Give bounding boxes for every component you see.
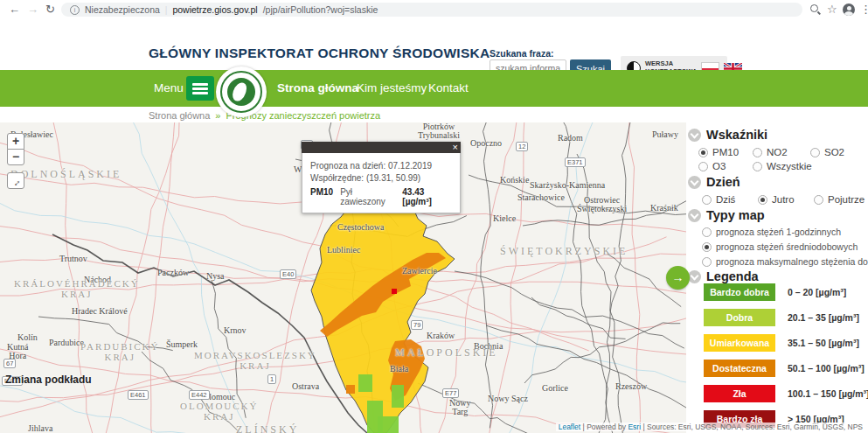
radio-o3[interactable]: O3	[698, 161, 726, 171]
info-icon[interactable]: i	[70, 5, 80, 15]
radio-circle	[810, 148, 820, 157]
leaflet-link[interactable]: Leaflet	[559, 423, 581, 431]
radio-circle	[758, 195, 767, 205]
radio-circle	[702, 242, 712, 252]
forward-icon[interactable]: →	[27, 1, 38, 18]
popup-date: Prognoza na dzień: 07.12.2019	[310, 161, 452, 171]
breadcrumb: Strona główna » Prognozy zanieczyszczeń …	[149, 110, 380, 121]
nav-kim-jestesmy[interactable]: Kim jesteśmy	[357, 81, 427, 94]
diagonal-arrows-icon: ↔	[7, 174, 24, 192]
region-pm10-green	[358, 374, 372, 392]
popup-pollutant-name: Pył zawieszony	[340, 187, 395, 206]
legend-swatch: Bardzo dobra	[704, 283, 775, 301]
radio-circle	[814, 195, 823, 205]
basemap-switcher[interactable]: Zmiana podkładu	[5, 374, 92, 386]
zoom-in-button[interactable]: +	[7, 133, 24, 150]
browser-menu-icon[interactable]: ⋮	[860, 1, 868, 18]
map-attribution: Leaflet | Powered by Esri | Sources: Esr…	[556, 423, 865, 431]
radio-prognoza-maksymalna[interactable]: prognoza maksymalnego stężenia dobowego	[702, 256, 868, 267]
radio-circle	[702, 195, 712, 205]
url-host: powietrze.gios.gov.pl	[172, 4, 257, 15]
bookmark-star-icon[interactable]: ☆	[827, 1, 837, 18]
radio-circle	[698, 162, 708, 171]
popup-coordinates: Współrzędne: (19.31, 50.99)	[310, 173, 452, 183]
radio-prognoza-1h[interactable]: prognoza stężeń 1-godzinnych	[702, 227, 841, 237]
search-label: Szukana fraza:	[490, 48, 554, 59]
legend-swatch: Dostateczna	[704, 360, 775, 377]
popup-header: ×	[302, 142, 461, 153]
chevron-down-icon	[688, 176, 701, 189]
legend-row: Bardzo dobra 0 – 20 [µg/m³]	[704, 283, 846, 301]
legend-row: Zła 100.1 – 150 [µg/m³]	[704, 385, 868, 402]
radio-circle	[753, 148, 762, 157]
popup-value: 43.43 [µg/m³]	[402, 187, 452, 206]
menu-label[interactable]: Menu	[154, 81, 184, 94]
popup-body: Prognoza na dzień: 07.12.2019 Współrzędn…	[302, 153, 461, 213]
url-bar[interactable]: i Niezabezpieczona | powietrze.gios.gov.…	[61, 3, 802, 17]
popup-pollutant: PM10	[310, 187, 333, 197]
divider: |	[165, 5, 168, 15]
zoom-page-icon[interactable]	[810, 4, 818, 12]
section-dzien[interactable]: Dzień	[688, 175, 740, 189]
radio-prognoza-sredniodobowa[interactable]: prognoza stężeń średniodobowych	[702, 241, 858, 252]
gios-logo[interactable]	[216, 66, 267, 117]
hamburger-menu-button[interactable]	[186, 76, 214, 101]
legend-range: 100.1 – 150 [µg/m³]	[788, 388, 868, 399]
legend-swatch: Dobra	[704, 309, 775, 326]
legend-range: 0 – 20 [µg/m³]	[788, 287, 846, 297]
popup-measurement: PM10 Pył zawieszony 43.43 [µg/m³]	[310, 187, 452, 206]
sidebar-toggle-arrow[interactable]: →	[666, 266, 690, 290]
legend-row: Dobra 20.1 – 35 [µg/m³]	[704, 309, 859, 326]
section-legenda[interactable]: Legenda	[688, 269, 759, 283]
site-title: GŁÓWNY INSPEKTORAT OCHRONY ŚRODOWISKA	[149, 45, 490, 61]
radio-circle	[702, 257, 712, 267]
radio-pm10[interactable]: PM10	[698, 147, 739, 157]
radio-so2[interactable]: SO2	[810, 147, 844, 157]
breadcrumb-home[interactable]: Strona główna	[149, 110, 210, 121]
legend-row: Dostateczna 50.1 – 100 [µg/m³]	[704, 360, 865, 377]
forecast-popup: × Prognoza na dzień: 07.12.2019 Współrzę…	[302, 142, 461, 213]
chevron-down-icon	[688, 129, 701, 142]
profile-avatar[interactable]	[843, 3, 855, 16]
esri-link[interactable]: Esri	[628, 423, 641, 431]
back-icon[interactable]: ←	[9, 1, 20, 18]
region-pm10-red	[392, 289, 397, 294]
fullscreen-button[interactable]: ↔	[7, 172, 24, 189]
page: { "colors": { "brand_green": "#74b62b", …	[0, 0, 868, 433]
filters-sidebar: Wskaźniki PM10 NO2 SO2 O3 Wszystkie Dzie…	[686, 122, 868, 433]
radio-circle	[702, 227, 712, 237]
radio-circle	[698, 148, 708, 157]
legend-row: Umiarkowana 35.1 – 50 [µg/m³]	[704, 334, 859, 352]
security-label: Niezabezpieczona	[85, 4, 160, 15]
legend-swatch: Zła	[704, 385, 775, 402]
close-icon[interactable]: ×	[453, 141, 458, 153]
radio-no2[interactable]: NO2	[753, 147, 788, 157]
section-wskazniki[interactable]: Wskaźniki	[688, 128, 767, 142]
legend-swatch: Umiarkowana	[704, 334, 775, 352]
breadcrumb-separator: »	[215, 110, 220, 121]
site-header: GŁÓWNY INSPEKTORAT OCHRONY ŚRODOWISKA Sz…	[0, 19, 868, 70]
radio-jutro[interactable]: Jutro	[758, 194, 795, 205]
radio-circle	[753, 162, 762, 171]
legend-range: 35.1 – 50 [µg/m³]	[788, 338, 859, 348]
radio-pojutrze[interactable]: Pojutrze	[814, 194, 865, 205]
zoom-out-button[interactable]: −	[7, 149, 24, 165]
radio-dzis[interactable]: Dziś	[702, 194, 735, 205]
legend-range: 20.1 – 35 [µg/m³]	[788, 312, 859, 323]
browser-toolbar: ← → ↻ i Niezabezpieczona | powietrze.gio…	[0, 0, 868, 20]
radio-wszystkie[interactable]: Wszystkie	[753, 161, 812, 171]
reload-icon[interactable]: ↻	[45, 1, 55, 18]
nav-kontakt[interactable]: Kontakt	[428, 81, 469, 94]
chevron-down-icon	[688, 270, 701, 283]
nav-strona-glowna[interactable]: Strona główna	[277, 81, 358, 94]
chevron-down-icon	[688, 209, 701, 222]
section-typy-map[interactable]: Typy map	[688, 208, 765, 222]
url-path: /pjp/airPollution?woj=slaskie	[263, 4, 378, 15]
legend-range: 50.1 – 100 [µg/m³]	[788, 363, 865, 374]
